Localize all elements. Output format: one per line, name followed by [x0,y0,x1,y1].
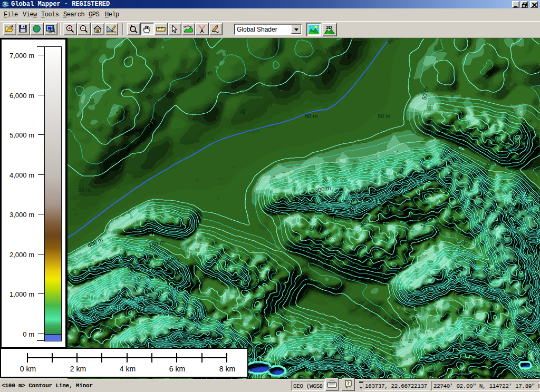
svg-text:?: ? [347,380,350,386]
svg-text:50 m: 50 m [378,113,390,119]
svg-text:50 m: 50 m [305,113,317,119]
svg-text:50 m: 50 m [78,187,91,193]
svg-text:400: 400 [520,133,526,142]
